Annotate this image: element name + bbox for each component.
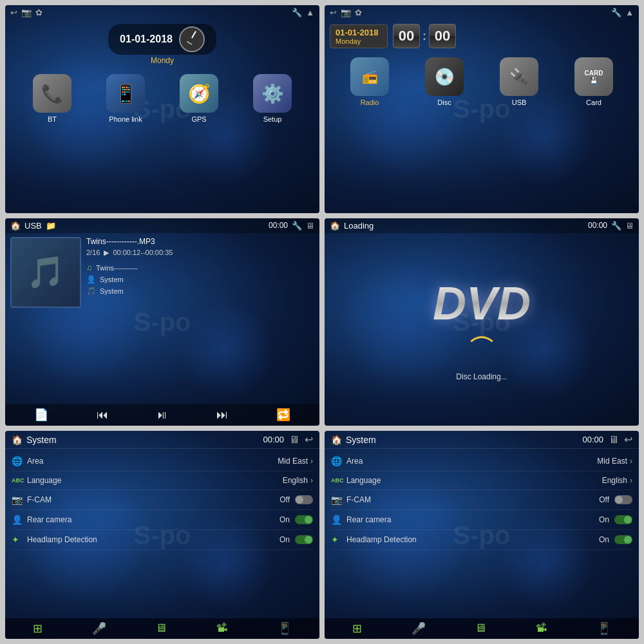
home-icon2[interactable]: 🏠 <box>330 221 340 231</box>
headlamp-icon: ✦ <box>12 535 27 545</box>
clock-widget <box>179 26 205 52</box>
flip-clock: 00 : 00 <box>393 24 456 48</box>
language-row[interactable]: ABC Language English › <box>12 471 313 490</box>
menu-button[interactable]: 📄 <box>34 408 48 422</box>
expand-icon2[interactable]: ▲ <box>625 8 634 17</box>
brightness-icon[interactable]: ✿ <box>35 8 43 17</box>
settings-icon4[interactable]: 🔧 <box>611 221 621 231</box>
sys-topbar-right: 00:00 🖥 ↩ <box>263 433 313 446</box>
play-pause-button[interactable]: ⏯ <box>156 408 168 422</box>
fcam-row[interactable]: 📷 F-CAM Off <box>12 490 313 510</box>
settings-icon[interactable]: 🔧 <box>292 8 302 17</box>
monitor-icon4[interactable]: 🖥 <box>625 221 634 231</box>
area-value2: Mid East <box>597 457 627 466</box>
dvd-logo: DVD <box>433 277 531 330</box>
sys-back-icon2[interactable]: ↩ <box>624 433 632 446</box>
headlamp-toggle2[interactable] <box>614 535 632 544</box>
area-row[interactable]: 🌐 Area Mid East › <box>12 451 313 471</box>
app-gps[interactable]: 🧭 GPS <box>180 74 218 123</box>
sys-monitor-icon[interactable]: 🖥 <box>289 434 299 446</box>
playlist-icon-2: 👤 <box>86 275 96 284</box>
taskbar-monitor2[interactable]: 🖥 <box>475 621 486 635</box>
playlist-item-2[interactable]: 👤 System <box>86 274 314 285</box>
rear-cam-row2[interactable]: 👤 Rear camera On <box>331 510 632 530</box>
headlamp-value2: On <box>599 535 609 544</box>
language-value: English <box>283 476 308 485</box>
rear-cam-toggle[interactable] <box>295 515 313 524</box>
camera-icon[interactable]: 📷 <box>21 8 32 17</box>
taskbar-media[interactable]: 📽 <box>216 621 228 635</box>
monitor-icon[interactable]: 🖥 <box>306 221 314 231</box>
taskbar-media2[interactable]: 📽 <box>536 621 547 635</box>
area-row2[interactable]: 🌐 Area Mid East › <box>331 451 632 471</box>
settings-icon2[interactable]: 🔧 <box>611 8 621 17</box>
dvd-time: 00:00 <box>588 221 607 230</box>
area-arrow: › <box>310 457 313 466</box>
language-arrow2: › <box>630 476 632 485</box>
topbar-left2: ↩ 📷 ✿ <box>330 8 362 17</box>
prev-button[interactable]: ⏮ <box>97 408 108 422</box>
home-icon[interactable]: 🏠 <box>10 221 21 231</box>
app-usb[interactable]: 🔌 USB <box>500 57 538 106</box>
sys-title-text: System <box>26 435 57 445</box>
rear-cam-row[interactable]: 👤 Rear camera On <box>12 510 313 530</box>
area-icon2: 🌐 <box>331 456 346 466</box>
rear-cam-icon: 👤 <box>12 515 27 525</box>
sys-home-icon2[interactable]: 🏠 <box>331 435 342 445</box>
app-setup[interactable]: ⚙️ Setup <box>253 74 292 123</box>
date-area: 01-01-2018 Mondy <box>5 24 319 65</box>
sys-back-icon[interactable]: ↩ <box>305 433 313 446</box>
taskbar-home[interactable]: ⊞ <box>33 621 43 636</box>
track-pos: 2/16 <box>86 249 100 256</box>
sys-monitor-icon2[interactable]: 🖥 <box>609 434 619 446</box>
taskbar-left: ⊞ 🎤 🖥 📽 📱 <box>5 618 319 639</box>
app-disc[interactable]: 💿 Disc <box>425 57 464 106</box>
fcam-toggle[interactable] <box>295 495 313 504</box>
headlamp-row[interactable]: ✦ Headlamp Detection On <box>12 530 313 550</box>
rear-cam-value2: On <box>599 515 609 524</box>
taskbar-mic[interactable]: 🎤 <box>92 621 106 636</box>
area-icon: 🌐 <box>12 456 27 466</box>
camera-icon2[interactable]: 📷 <box>341 8 351 17</box>
rear-cam-label2: Rear camera <box>346 515 599 524</box>
sys-home-icon[interactable]: 🏠 <box>12 435 23 445</box>
taskbar-phone[interactable]: 📱 <box>278 621 292 636</box>
back-icon[interactable]: ↩ <box>10 8 17 17</box>
date-box: 01-01-2018 <box>108 24 216 55</box>
dvd-loader <box>466 336 498 368</box>
rear-cam-toggle2[interactable] <box>614 515 632 524</box>
play-icon[interactable]: ▶ <box>104 249 109 257</box>
language-value2: English <box>602 476 627 485</box>
playlist: ♫ Twins---------- 👤 System 🎵 System <box>86 262 314 297</box>
playlist-item-1[interactable]: ♫ Twins---------- <box>86 262 314 274</box>
headlamp-toggle[interactable] <box>295 535 313 544</box>
taskbar-mic2[interactable]: 🎤 <box>412 621 426 636</box>
brightness-icon2[interactable]: ✿ <box>355 8 362 17</box>
headlamp-row2[interactable]: ✦ Headlamp Detection On <box>331 530 632 550</box>
taskbar-monitor[interactable]: 🖥 <box>155 621 167 635</box>
taskbar-home2[interactable]: ⊞ <box>352 621 362 636</box>
repeat-button[interactable]: 🔁 <box>276 408 290 422</box>
disc-icon: 💿 <box>425 57 464 96</box>
app-bt[interactable]: 📞 BT <box>33 74 71 123</box>
fcam-row2[interactable]: 📷 F-CAM Off <box>331 490 632 510</box>
settings-icon3[interactable]: 🔧 <box>292 221 302 231</box>
rear-cam-label: Rear camera <box>27 515 279 524</box>
language-row2[interactable]: ABC Language English › <box>331 471 632 490</box>
media-grid: 📻 Radio 💿 Disc 🔌 USB CARD 💾 Card <box>325 55 639 109</box>
app-radio[interactable]: 📻 Radio <box>350 57 389 106</box>
taskbar-phone2[interactable]: 📱 <box>597 621 611 636</box>
playlist-icon-1: ♫ <box>86 263 92 272</box>
card-icon: CARD 💾 <box>574 57 613 96</box>
day-text: Mondy <box>151 56 174 65</box>
app-card[interactable]: CARD 💾 Card <box>574 57 613 106</box>
folder-icon[interactable]: 📁 <box>46 221 56 231</box>
next-button[interactable]: ⏭ <box>216 408 228 422</box>
playlist-name-3: System <box>100 287 124 295</box>
playlist-item-3[interactable]: 🎵 System <box>86 285 314 297</box>
back-icon2[interactable]: ↩ <box>330 8 337 17</box>
fcam-toggle2[interactable] <box>614 495 632 504</box>
fcam-value: Off <box>279 495 290 504</box>
expand-icon[interactable]: ▲ <box>306 8 314 17</box>
app-phone[interactable]: 📱 Phone link <box>106 74 145 123</box>
